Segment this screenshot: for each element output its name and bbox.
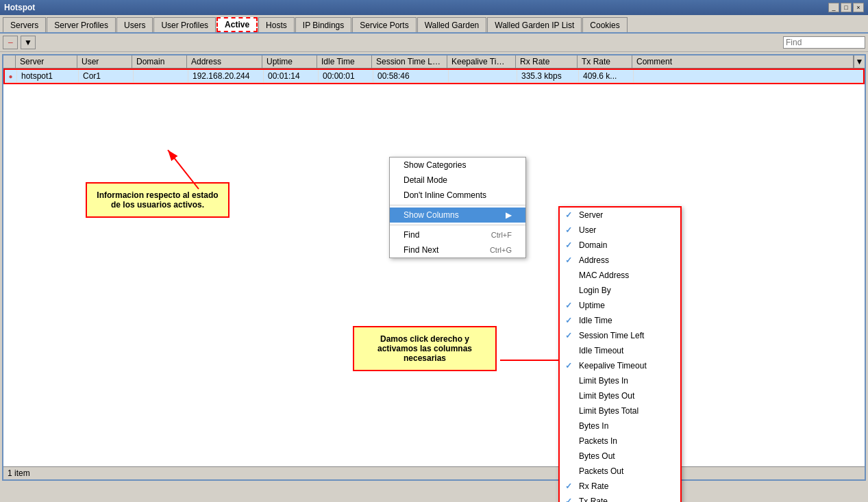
check-icon: ✓ (565, 316, 572, 325)
check-icon: ✓ (565, 497, 572, 502)
submenu-address[interactable]: ✓ Address (560, 253, 680, 268)
col-rx-rate[interactable]: Rx Rate (516, 55, 578, 68)
find-box (783, 36, 865, 49)
cell-session-time: 00:58:46 (373, 70, 449, 82)
main-content-area: Server User Domain Address Uptime Idle T… (2, 54, 866, 481)
submenu-rx-rate[interactable]: ✓ Rx Rate (560, 479, 680, 494)
context-menu: Show Categories Detail Mode Don't Inline… (389, 157, 526, 258)
annotation-box-2: Damos click derecho y activamos las colu… (353, 326, 497, 371)
item-count: 1 item (8, 468, 30, 478)
check-icon: ✓ (565, 481, 572, 491)
cell-user: Cor1 (79, 70, 134, 82)
column-expand-btn[interactable]: ▼ (854, 55, 865, 68)
ctx-separator-2 (390, 225, 525, 225)
submenu-bytes-in[interactable]: Bytes In (560, 418, 680, 434)
restore-button[interactable]: □ (841, 3, 852, 12)
ctx-show-categories[interactable]: Show Categories (390, 158, 525, 173)
window-title: Hotspot (4, 3, 35, 12)
find-input[interactable] (783, 36, 865, 49)
tab-walled-garden-ip[interactable]: Walled Garden IP List (487, 17, 582, 32)
tab-user-profiles[interactable]: User Profiles (153, 17, 216, 32)
status-bar: 1 item (3, 466, 865, 479)
submenu-bytes-out[interactable]: Bytes Out (560, 449, 680, 464)
submenu-idle-timeout[interactable]: Idle Timeout (560, 343, 680, 358)
tab-active[interactable]: Active (216, 17, 258, 32)
ctx-show-columns[interactable]: Show Columns ▶ (390, 208, 525, 223)
filter-button[interactable]: ▼ (21, 36, 36, 49)
cell-rx-rate: 335.3 kbps (517, 70, 579, 82)
check-icon: ✓ (565, 210, 572, 220)
cell-idle-time: 00:00:01 (319, 70, 373, 82)
ctx-find-next[interactable]: Find Next Ctrl+G (390, 242, 525, 258)
ctx-detail-mode[interactable]: Detail Mode (390, 173, 525, 188)
submenu-tx-rate[interactable]: ✓ Tx Rate (560, 494, 680, 502)
filter-icon: ▼ (24, 38, 32, 47)
ctx-find[interactable]: Find Ctrl+F (390, 227, 525, 242)
submenu-server[interactable]: ✓ Server (560, 208, 680, 223)
cell-server: hotspot1 (17, 70, 79, 82)
cell-comment (634, 70, 863, 82)
submenu-idle-time[interactable]: ✓ Idle Time (560, 313, 680, 328)
check-icon: ✓ (565, 225, 572, 235)
annotation-box-1: Informacion respecto al estado de los us… (86, 182, 230, 218)
col-comment[interactable]: Comment (632, 55, 854, 68)
tab-hosts[interactable]: Hosts (258, 17, 295, 32)
active-row-highlight: ● hotspot1 Cor1 192.168.20.244 00:01:14 … (3, 68, 865, 84)
tab-bar: Servers Server Profiles Users User Profi… (0, 15, 868, 34)
cell-domain (134, 70, 188, 82)
submenu-session-time-left[interactable]: ✓ Session Time Left (560, 328, 680, 343)
table-header: Server User Domain Address Uptime Idle T… (3, 55, 865, 68)
cell-keepalive (449, 70, 517, 82)
tab-service-ports[interactable]: Service Ports (352, 17, 416, 32)
submenu-user[interactable]: ✓ User (560, 223, 680, 238)
col-server[interactable]: Server (16, 55, 77, 68)
tab-walled-garden[interactable]: Walled Garden (417, 17, 487, 32)
toolbar: − ▼ (0, 34, 868, 52)
submenu-keepalive-timeout[interactable]: ✓ Keepalive Timeout (560, 358, 680, 373)
col-tx-rate[interactable]: Tx Rate (578, 55, 632, 68)
check-icon: ✓ (565, 361, 572, 371)
submenu-domain[interactable]: ✓ Domain (560, 238, 680, 253)
submenu-login-by[interactable]: Login By (560, 283, 680, 298)
check-icon: ✓ (565, 255, 572, 265)
submenu-uptime[interactable]: ✓ Uptime (560, 298, 680, 313)
column-submenu: ✓ Server ✓ User ✓ Domain ✓ Address MAC A… (558, 206, 682, 502)
title-bar: Hotspot _ □ × (0, 0, 868, 15)
check-icon: ✓ (565, 331, 572, 340)
cell-tx-rate: 409.6 k... (579, 70, 634, 82)
tab-ip-bindings[interactable]: IP Bindings (295, 17, 352, 32)
col-address[interactable]: Address (187, 55, 262, 68)
row-icon: ● (8, 73, 12, 80)
col-uptime[interactable]: Uptime (262, 55, 317, 68)
col-idle-time[interactable]: Idle Time (317, 55, 372, 68)
close-button[interactable]: × (853, 3, 864, 12)
col-keepalive-time[interactable]: Keepalive Time... ▼ (447, 55, 516, 68)
submenu-limit-bytes-out[interactable]: Limit Bytes Out (560, 388, 680, 403)
col-session-time-left[interactable]: Session Time Left ▼ (372, 55, 447, 68)
submenu-packets-out[interactable]: Packets Out (560, 464, 680, 479)
submenu-arrow-icon: ▶ (506, 210, 512, 220)
col-domain[interactable]: Domain (132, 55, 187, 68)
ctx-dont-inline[interactable]: Don't Inline Comments (390, 188, 525, 203)
window-controls: _ □ × (828, 3, 864, 12)
tab-servers[interactable]: Servers (3, 17, 46, 32)
check-icon: ✓ (565, 240, 572, 250)
minimize-button[interactable]: _ (828, 3, 839, 12)
tab-users[interactable]: Users (116, 17, 153, 32)
table-row[interactable]: ● hotspot1 Cor1 192.168.20.244 00:01:14 … (5, 70, 863, 83)
submenu-limit-bytes-in[interactable]: Limit Bytes In (560, 373, 680, 388)
submenu-mac-address[interactable]: MAC Address (560, 268, 680, 283)
submenu-limit-bytes-total[interactable]: Limit Bytes Total (560, 403, 680, 418)
col-user[interactable]: User (77, 55, 132, 68)
check-icon: ✓ (565, 301, 572, 310)
remove-button[interactable]: − (3, 36, 18, 49)
cell-address: 192.168.20.244 (188, 70, 264, 82)
submenu-packets-in[interactable]: Packets In (560, 434, 680, 449)
cell-uptime: 00:01:14 (264, 70, 319, 82)
tab-server-profiles[interactable]: Server Profiles (47, 17, 116, 32)
ctx-separator (390, 205, 525, 205)
tab-cookies[interactable]: Cookies (582, 17, 627, 32)
